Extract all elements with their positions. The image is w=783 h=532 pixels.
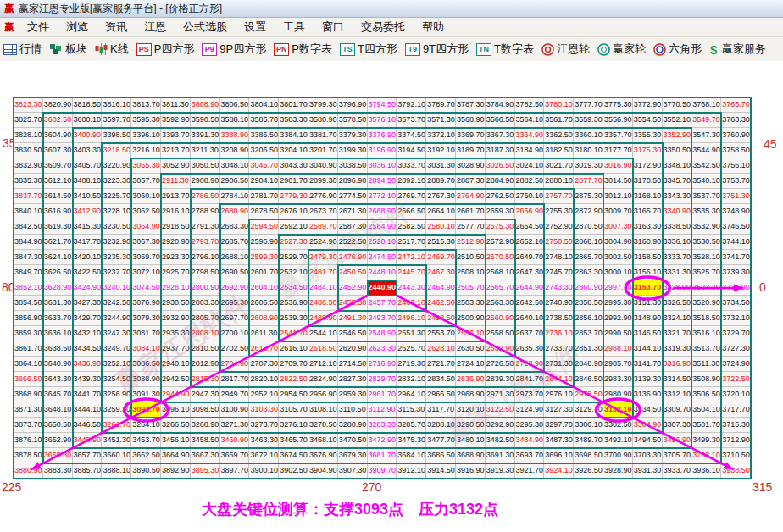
- grid-cell: 2940.10: [161, 357, 191, 372]
- grid-cell: 3679.30: [338, 448, 368, 463]
- grid-cell: 3439.30: [73, 372, 103, 387]
- grid-cell: 3568.90: [456, 113, 486, 128]
- grid-cell: 3240.10: [102, 280, 131, 296]
- grid-cell: 2551.30: [397, 326, 426, 341]
- grid-cell: 3088.90: [131, 372, 161, 387]
- grid-cell: 3434.50: [73, 341, 103, 357]
- toolbar-item-7[interactable]: T99T四方形: [405, 42, 469, 57]
- grid-cell: 3828.10: [14, 128, 43, 143]
- grid-cell: 3676.90: [308, 448, 338, 463]
- grid-cell: 2937.70: [161, 341, 191, 357]
- grid-cell: 3280.90: [338, 418, 368, 433]
- menu-item-3[interactable]: 江恩: [136, 19, 175, 35]
- grid-cell: 2731.30: [544, 357, 574, 372]
- grid-cell: 2616.10: [279, 341, 308, 357]
- grid-cell: 2589.70: [308, 219, 338, 235]
- menu-item-5[interactable]: 设置: [236, 19, 275, 35]
- grid-cell: 3148.90: [633, 311, 663, 326]
- grid-cell: 2748.10: [544, 250, 574, 265]
- grid-cell: 2978.50: [574, 387, 603, 402]
- grid-cell: 2664.10: [426, 204, 456, 219]
- grid-cell: 2452.90: [338, 280, 368, 296]
- grid-cell: 3230.50: [102, 219, 131, 235]
- grid-cell: 3650.50: [43, 418, 73, 433]
- grid-cell: 2829.70: [368, 372, 397, 387]
- toolbar-item-6[interactable]: TST四方形: [340, 42, 397, 57]
- grid-cell: 2913.70: [161, 189, 191, 204]
- grid-cell: 3720.10: [721, 387, 751, 402]
- grid-cell: 3009.70: [603, 204, 633, 219]
- menu-item-0[interactable]: 文件: [19, 19, 58, 35]
- grid-cell: 3201.70: [308, 143, 338, 158]
- grid-cell: 3237.70: [102, 265, 131, 280]
- grid-cell: 2558.50: [486, 326, 515, 341]
- toolbar-item-1[interactable]: 板块: [49, 42, 87, 57]
- grid-cell: 2805.70: [191, 311, 220, 326]
- toolbar-item-9[interactable]: 江恩轮: [541, 42, 590, 57]
- grid-cell: 2716.90: [368, 357, 397, 372]
- grid-cell: 2508.10: [456, 265, 486, 280]
- menu-item-8[interactable]: 交易委托: [353, 19, 414, 35]
- toolbar-item-12[interactable]: $赢家服务: [709, 42, 766, 57]
- grid-cell: 3040.90: [308, 158, 338, 174]
- grid-cell: 3756.10: [721, 158, 751, 174]
- menu-item-1[interactable]: 浏览: [58, 19, 97, 35]
- grid-cell: 2904.10: [249, 174, 279, 189]
- menu-item-7[interactable]: 窗口: [314, 19, 353, 35]
- child-window-icon[interactable]: 赢: [4, 20, 14, 35]
- grid-cell: 2767.30: [426, 189, 456, 204]
- grid-cell: 3139.30: [633, 372, 663, 387]
- grid-cell: 2968.90: [456, 387, 486, 402]
- angle-label-bottom-right: 315: [752, 480, 772, 494]
- menu-item-2[interactable]: 资讯: [97, 19, 136, 35]
- toolbar-item-3[interactable]: PSP四方形: [136, 42, 195, 57]
- toolbar-item-2[interactable]: K线: [95, 42, 129, 57]
- menu-item-9[interactable]: 帮助: [414, 19, 453, 35]
- grid-cell: 3492.10: [603, 433, 633, 448]
- grid-cell: 3175.30: [633, 143, 663, 158]
- grid-cell: 2443.30: [397, 280, 426, 296]
- toolbar-item-4[interactable]: P99P四方形: [202, 42, 266, 57]
- grid-cell: 3825.70: [14, 113, 43, 128]
- grid-cell: 2800.90: [191, 280, 220, 296]
- menu-item-6[interactable]: 工具: [275, 19, 314, 35]
- kline-icon: [95, 43, 108, 55]
- grid-cell: 2548.90: [368, 326, 397, 341]
- pn-badge-icon: PN: [274, 43, 289, 56]
- grid-cell: 3033.70: [397, 158, 426, 174]
- toolbar-item-8[interactable]: TNT数字表: [476, 42, 534, 57]
- grid-cell: 3331.30: [663, 265, 692, 280]
- grid-cell: 3316.90: [663, 357, 692, 372]
- grid-cell: 3799.30: [308, 97, 338, 113]
- grid-cell: 2740.90: [544, 296, 574, 311]
- grid-cell: 2997.70: [603, 280, 633, 296]
- grid-cell: 2608.90: [249, 311, 279, 326]
- toolbar-item-10[interactable]: 赢家轮: [597, 42, 646, 57]
- toolbar-item-0[interactable]: 行情: [3, 42, 42, 57]
- grid-cell: 2863.30: [574, 265, 603, 280]
- grid-cell: 2515.30: [426, 235, 456, 250]
- grid-cells: 3823.303820.903818.503816.103813.703811.…: [14, 97, 751, 479]
- grid-cell: 2875.30: [574, 189, 603, 204]
- menu-item-4[interactable]: 公式选股: [175, 19, 236, 35]
- grid-cell: 3542.50: [691, 158, 721, 174]
- grid-cell: 3448.90: [73, 433, 103, 448]
- grid-cell: 3369.70: [456, 128, 486, 143]
- grid-cell: 3309.70: [663, 402, 692, 418]
- grid-cell: 3055.30: [131, 158, 161, 174]
- grid-cell: 2944.90: [161, 387, 191, 402]
- grid-cell: 3537.70: [691, 189, 721, 204]
- grid-cell: 3648.10: [43, 402, 73, 418]
- grid-cell: 3931.30: [633, 463, 663, 479]
- grid-cell: 3924.10: [544, 463, 574, 479]
- grid-cell: 3254.50: [102, 372, 131, 387]
- grid-cell: 2865.70: [574, 250, 603, 265]
- toolbar-item-5[interactable]: PNP数字表: [274, 42, 332, 57]
- grid-cell: 3302.50: [603, 418, 633, 433]
- grid-cell: 3204.10: [279, 143, 308, 158]
- grid-cell: 2954.50: [279, 387, 308, 402]
- toolbar-item-11[interactable]: 六角形: [653, 42, 702, 57]
- grid-cell: 3122.50: [486, 402, 515, 418]
- grid-cell: 3482.50: [486, 433, 515, 448]
- grid-cell: 2536.90: [279, 296, 308, 311]
